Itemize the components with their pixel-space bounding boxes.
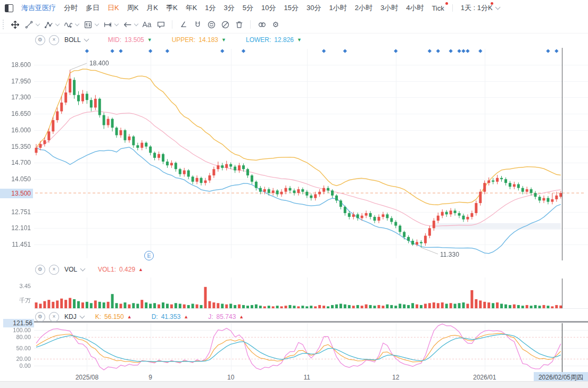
boll-settings-icon[interactable]: ⚙ <box>35 35 45 45</box>
timeframe-nav: 分时多日日K周K月K季K年K1分3分5分10分15分30分1小时2小时3小时4小… <box>64 3 444 13</box>
boll-mid-value[interactable]: MID:13.505▼ <box>108 36 152 44</box>
kdj-tick-label: 0.00 <box>0 362 31 369</box>
timeframe-日K[interactable]: 日K <box>107 3 119 13</box>
timeframe-周K[interactable]: 周K <box>127 3 139 13</box>
toolbar-divider <box>250 20 251 29</box>
arrow-tool-icon[interactable] <box>121 18 134 31</box>
timeframe-10分[interactable]: 10分 <box>261 3 276 13</box>
kdj-close-icon[interactable]: × <box>49 312 59 322</box>
price-tick-label: 16.650 <box>0 110 31 117</box>
timeframe-分时[interactable]: 分时 <box>64 3 78 13</box>
timeframe-月K[interactable]: 月K <box>146 3 158 13</box>
date-tick-label: 10 <box>227 374 234 381</box>
chevron-down-icon[interactable] <box>55 22 60 26</box>
timeframe-多日[interactable]: 多日 <box>86 3 100 13</box>
timeframe-3小时[interactable]: 3小时 <box>380 3 398 13</box>
main-candlestick-chart[interactable] <box>0 47 588 260</box>
chevron-down-icon[interactable] <box>36 22 40 26</box>
magnet-tool-icon[interactable] <box>191 18 204 31</box>
kdj-tick-label: 80.00 <box>0 334 31 340</box>
price-tick-label: 14.050 <box>0 175 31 183</box>
event-badge-icon[interactable]: E <box>144 251 154 260</box>
vol-indicator-header: ⚙ × VOL VOL1:0.429▲ <box>35 264 143 275</box>
toolbar-drag-handle[interactable] <box>3 20 5 29</box>
boll-lower-value[interactable]: LOWER:12.826▼ <box>246 36 302 44</box>
triangle-down-icon: ▼ <box>221 38 226 43</box>
chevron-down-icon[interactable] <box>75 22 79 26</box>
timeframe-1小时[interactable]: 1小时 <box>329 3 346 13</box>
delete-tool-icon[interactable] <box>233 18 245 31</box>
date-tick-label: 11 <box>304 374 310 381</box>
nav-divider <box>452 4 453 12</box>
vol-label[interactable]: VOL <box>64 266 77 273</box>
stock-name[interactable]: 海吉亚医疗 <box>21 3 56 13</box>
chevron-down-icon[interactable] <box>134 22 138 26</box>
boll-indicator-header: ⚙ × BOLL MID:13.505▼ UPPER:14.183▼ LOWER… <box>35 35 302 45</box>
price-tick-label: 12.751 <box>0 208 31 216</box>
timeframe-30分[interactable]: 30分 <box>307 3 321 13</box>
trend-line-tool-icon[interactable] <box>22 18 35 31</box>
compare-tool-icon[interactable] <box>255 18 268 31</box>
measure-tool-icon[interactable] <box>101 18 114 31</box>
timeframe-15分[interactable]: 15分 <box>284 3 299 13</box>
ban-tool-icon[interactable] <box>219 18 231 31</box>
drawing-toolbar: Aa∠⚙ <box>0 16 588 33</box>
settings-tool-icon[interactable]: ⚙ <box>269 18 282 31</box>
shape-tool-icon[interactable] <box>42 18 55 31</box>
composite-timeframe-label: 1天 : 1分K <box>461 3 493 13</box>
price-tick-label: 11.451 <box>0 241 31 248</box>
vol-close-icon[interactable]: × <box>49 265 59 275</box>
vol1-value[interactable]: VOL1:0.429▲ <box>98 266 143 273</box>
angle-tool-icon[interactable]: ∠ <box>177 18 190 31</box>
timeframe-4小时[interactable]: 4小时 <box>406 3 424 13</box>
high-price-annotation: 18.400 <box>89 60 109 67</box>
price-tick-label: 16.000 <box>0 126 31 134</box>
sidebar-toggle-icon[interactable] <box>5 4 13 12</box>
boll-close-icon[interactable]: × <box>49 35 59 45</box>
text-tool-icon[interactable]: Aa <box>140 18 153 31</box>
kdj-k-value[interactable]: K:56.150▲ <box>95 313 132 320</box>
chevron-down-icon[interactable] <box>80 266 86 272</box>
timeframe-季K[interactable]: 季K <box>166 3 178 13</box>
triangle-up-icon: ▲ <box>138 267 143 272</box>
timeframe-2小时[interactable]: 2小时 <box>355 3 372 13</box>
kdj-d-value[interactable]: D:41.353▲ <box>152 313 189 320</box>
volume-chart[interactable] <box>0 276 588 309</box>
chevron-down-icon[interactable] <box>79 314 85 319</box>
kdj-label[interactable]: KDJ <box>64 313 77 320</box>
kdj-tick-label: 50.00 <box>0 345 31 351</box>
price-tick-label: 15.350 <box>0 143 31 150</box>
kdj-j-value[interactable]: J:85.743▲ <box>208 313 244 320</box>
timeframe-年K[interactable]: 年K <box>186 3 197 13</box>
date-tick-label: 12 <box>392 374 399 381</box>
price-tick-label: 17.300 <box>0 94 31 101</box>
boll-upper-value[interactable]: UPPER:14.183▼ <box>172 36 226 44</box>
triangle-down-icon: ▼ <box>147 38 152 43</box>
composite-timeframe-button[interactable]: 1天 : 1分K <box>461 3 500 13</box>
vol-settings-icon[interactable]: ⚙ <box>35 265 45 275</box>
chevron-down-icon[interactable] <box>95 22 99 26</box>
wave-tool-icon[interactable] <box>62 18 74 31</box>
volume-axis-max: 3.45 <box>0 283 31 289</box>
notification-dot <box>445 2 448 5</box>
timeframe-1分[interactable]: 1分 <box>205 3 216 13</box>
chevron-down-icon[interactable] <box>84 37 89 42</box>
kdj-chart[interactable] <box>0 323 588 372</box>
timeframe-Tick[interactable]: Tick <box>432 4 444 12</box>
sync-tool-icon[interactable] <box>205 18 218 31</box>
pattern-tool-icon[interactable] <box>81 18 94 31</box>
price-tick-label: 17.950 <box>0 78 31 85</box>
timeframe-3分[interactable]: 3分 <box>224 3 235 13</box>
comment-tool-icon[interactable] <box>154 18 167 31</box>
kdj-indicator-header: ⚙ × KDJ K:56.150▲ D:41.353▲ J:85.743▲ <box>35 311 244 322</box>
boll-label[interactable]: BOLL <box>64 36 81 44</box>
chevron-down-icon[interactable] <box>114 22 119 26</box>
move-tool-icon[interactable] <box>9 18 21 31</box>
kdj-settings-icon[interactable]: ⚙ <box>35 312 45 322</box>
kdj-tick-label: 100.00 <box>0 327 31 333</box>
stock-chart-app: 海吉亚医疗 分时多日日K周K月K季K年K1分3分5分10分15分30分1小时2小… <box>0 0 588 388</box>
timeframe-5分[interactable]: 5分 <box>243 3 253 13</box>
current-price-label: 13.500 <box>0 189 33 198</box>
triangle-up-icon: ▲ <box>184 315 188 319</box>
kdj-axis-max: 121.56 <box>3 319 34 327</box>
